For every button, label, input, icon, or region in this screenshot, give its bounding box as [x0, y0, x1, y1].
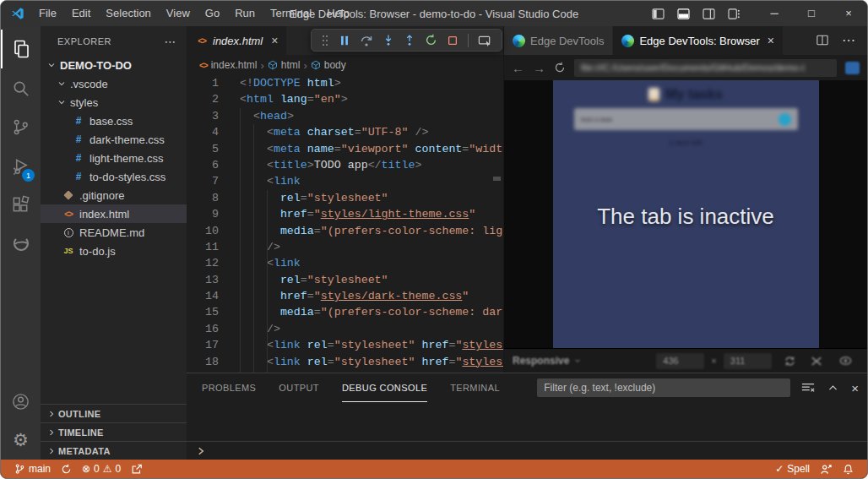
spell-check-item[interactable]: ✓ Spell — [770, 463, 815, 475]
filter-input[interactable] — [537, 378, 790, 397]
run-and-debug-icon[interactable]: 1 — [1, 146, 41, 185]
toggle-secondary-sidebar-icon[interactable] — [703, 8, 715, 19]
panel-tab[interactable]: OUTPUT — [279, 373, 319, 402]
tree-item[interactable]: JS to-do.js — [41, 242, 187, 260]
more-actions-icon[interactable]: ⋯ — [842, 32, 855, 48]
code-line: 11 /> — [187, 239, 503, 255]
css-file-icon: # — [72, 115, 85, 127]
bell-icon[interactable] — [838, 464, 859, 475]
maximize-panel-icon[interactable] — [827, 383, 838, 394]
screencast-inspect-icon[interactable] — [478, 34, 492, 47]
scrollbar-thumb[interactable] — [493, 177, 501, 181]
menu-item[interactable]: Help — [319, 1, 357, 26]
status-bar: main ⊗ 0 ⚠ 0 ✓ Spell — [1, 460, 867, 478]
problems-item[interactable]: ⊗ 0 ⚠ 0 — [77, 460, 126, 478]
code-line: 15 media="(prefers-color-scheme: dark — [187, 304, 503, 320]
add-task-input[interactable]: Add a task — [574, 108, 798, 130]
restart-icon[interactable] — [425, 34, 437, 46]
add-task-button[interactable] — [778, 113, 791, 126]
menu-item[interactable]: Go — [198, 1, 227, 26]
tree-item[interactable]: i README.md — [41, 223, 187, 242]
drag-handle-icon[interactable] — [321, 34, 329, 47]
settings-gear-icon[interactable]: ⚙ — [1, 421, 41, 460]
menu-item[interactable]: Edit — [64, 1, 98, 26]
back-icon[interactable]: ← — [512, 62, 524, 74]
customize-layout-icon[interactable] — [728, 8, 741, 19]
tree-item[interactable]: # light-theme.css — [41, 149, 187, 167]
step-out-icon[interactable] — [404, 34, 415, 46]
app-page[interactable]: My tasks Add a task 1 item left The tab … — [553, 80, 819, 348]
sidebar-section[interactable]: METADATA — [41, 441, 187, 460]
width-input[interactable]: 436 — [656, 353, 704, 369]
maximize-button[interactable]: □ — [793, 1, 830, 26]
responsive-dropdown[interactable]: Responsive — [513, 355, 582, 367]
indent-guide — [267, 190, 268, 373]
tree-item[interactable]: DEMO-TO-DO — [41, 56, 187, 74]
step-into-icon[interactable] — [382, 34, 394, 46]
stop-icon[interactable] — [447, 35, 458, 46]
tab-close-icon[interactable]: × — [271, 34, 278, 47]
tree-item[interactable]: # dark-theme.css — [41, 130, 187, 149]
explorer-tree: DEMO-TO-DO .vscode — [41, 56, 187, 404]
devtools-tab[interactable]: Edge DevTools: Browser × — [613, 26, 784, 55]
debug-console-body[interactable] — [187, 402, 867, 460]
tree-item[interactable]: styles — [41, 93, 187, 112]
code-text: href="styles/light-theme.css" — [219, 206, 503, 222]
edge-devtools-icon[interactable] — [1, 224, 41, 263]
breadcrumb-html[interactable]: html — [281, 59, 301, 71]
launch-icon[interactable] — [126, 460, 148, 478]
forward-icon[interactable]: → — [533, 62, 545, 74]
split-editor-icon[interactable] — [816, 35, 828, 46]
close-emulation-icon[interactable] — [811, 356, 822, 367]
panel-tab[interactable]: TERMINAL — [450, 373, 500, 402]
menu-item[interactable]: File — [31, 1, 64, 26]
vscode-logo-icon[interactable] — [11, 7, 24, 20]
refresh-icon[interactable] — [554, 62, 566, 73]
line-number: 4 — [187, 124, 219, 140]
toggle-sidebar-icon[interactable] — [652, 8, 665, 19]
height-input[interactable]: 311 — [724, 353, 772, 369]
tree-item[interactable]: .vscode — [41, 74, 187, 93]
tree-item[interactable]: # base.css — [41, 112, 187, 130]
panel-tab[interactable]: PROBLEMS — [202, 373, 256, 402]
minimize-button[interactable]: ─ — [756, 1, 793, 26]
close-button[interactable]: × — [830, 1, 867, 26]
breadcrumb-body[interactable]: body — [324, 59, 346, 71]
search-icon[interactable] — [1, 68, 41, 107]
rotate-icon[interactable] — [784, 356, 796, 367]
menu-item[interactable]: Terminal — [263, 1, 319, 26]
tab-index-html[interactable]: <> index.html × — [187, 26, 286, 55]
url-bar[interactable]: file:///C:/Users/user/Documents/GitHub/D… — [574, 59, 837, 77]
extensions-icon[interactable] — [1, 185, 41, 224]
code-area[interactable]: 1 <!DOCTYPE html> 2 <html lang="en"> 3 — [187, 75, 503, 373]
explorer-icon[interactable] — [1, 30, 41, 68]
source-control-icon[interactable] — [1, 107, 41, 146]
tree-item[interactable]: <> index.html — [41, 204, 187, 223]
close-panel-icon[interactable]: × — [851, 381, 859, 395]
code-text: <meta charset="UTF-8" /> — [219, 124, 503, 140]
sync-icon[interactable] — [56, 460, 77, 478]
devtools-tab[interactable]: Edge DevTools — [504, 26, 613, 55]
pause-icon[interactable] — [339, 35, 350, 46]
toggle-panel-icon[interactable] — [677, 8, 690, 19]
menu-item[interactable]: Run — [227, 1, 263, 26]
menu-item[interactable]: Selection — [98, 1, 158, 26]
breadcrumb-file[interactable]: index.html — [211, 59, 258, 71]
branch-item[interactable]: main — [9, 460, 56, 478]
step-over-icon[interactable] — [360, 34, 373, 47]
clear-console-icon[interactable] — [801, 382, 815, 394]
tab-close-icon[interactable]: × — [768, 34, 774, 47]
more-actions-icon[interactable]: ⋯ — [165, 35, 177, 48]
eye-icon[interactable] — [839, 356, 852, 367]
feedback-icon[interactable] — [815, 464, 838, 475]
screencast-toggle-icon[interactable] — [845, 62, 860, 74]
tab-label: index.html — [213, 35, 263, 47]
tree-item[interactable]: .gitignore — [41, 186, 187, 204]
tree-item[interactable]: # to-do-styles.css — [41, 167, 187, 186]
panel-tab[interactable]: DEBUG CONSOLE — [342, 373, 427, 402]
account-icon[interactable] — [1, 382, 41, 421]
sidebar-section[interactable]: OUTLINE — [41, 404, 187, 422]
sidebar-section[interactable]: TIMELINE — [41, 422, 187, 441]
console-input-row[interactable] — [187, 441, 867, 460]
menu-item[interactable]: View — [159, 1, 198, 26]
